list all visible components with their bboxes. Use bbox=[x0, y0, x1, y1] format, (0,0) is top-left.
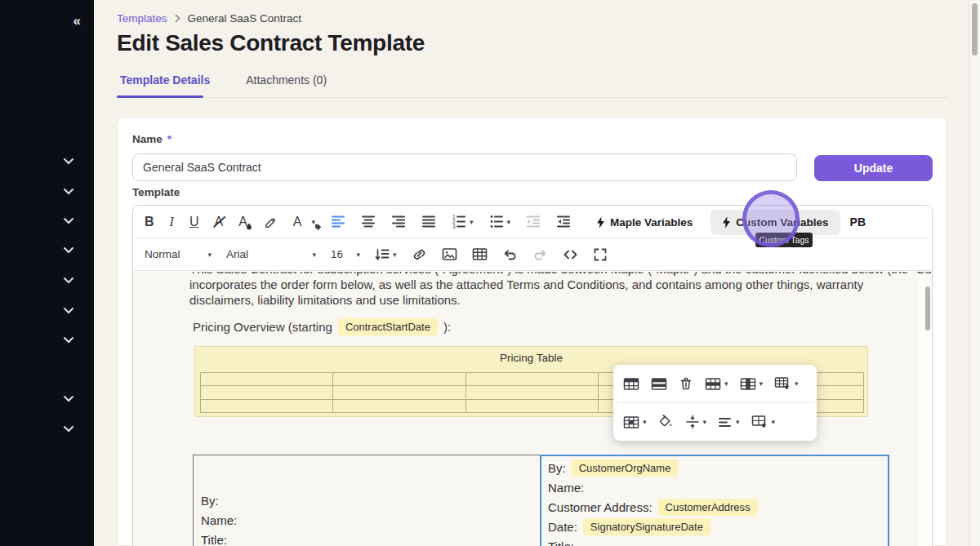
breadcrumb-current: General SaaS Contract bbox=[188, 12, 302, 24]
sidebar-chevron-down-icon[interactable] bbox=[63, 188, 74, 195]
indent-icon bbox=[556, 215, 571, 229]
page-scrollbar-thumb[interactable] bbox=[972, 3, 978, 55]
pricing-table-cell[interactable] bbox=[333, 373, 466, 386]
table-column-button[interactable]: ▾ bbox=[740, 377, 764, 391]
table-cell-button[interactable]: ▾ bbox=[623, 415, 647, 429]
template-field-label: Template bbox=[132, 186, 180, 198]
justify-button[interactable] bbox=[421, 215, 436, 229]
sig-right-name-label: Name: bbox=[548, 481, 584, 495]
image-icon bbox=[442, 247, 457, 261]
ordered-list-button[interactable]: 123▾ bbox=[452, 215, 474, 229]
cell-style-button[interactable]: ▾ bbox=[751, 415, 776, 429]
pricing-table-title: Pricing Table bbox=[195, 347, 867, 364]
customer-address-tag[interactable]: CustomerAddress bbox=[658, 499, 758, 516]
font-tag-icon: A bbox=[293, 215, 302, 229]
maple-variables-button[interactable]: Maple Variables bbox=[588, 210, 701, 235]
trash-icon bbox=[679, 376, 693, 391]
pricing-table-cell[interactable] bbox=[201, 373, 333, 386]
document-canvas[interactable]: This Sales Contract for subscription ser… bbox=[133, 272, 932, 546]
table-popup-row1: ▾ ▾ ▾ bbox=[613, 365, 817, 402]
pricing-overview-line: Pricing Overview (starting ContractStart… bbox=[193, 318, 451, 335]
fullscreen-button[interactable] bbox=[593, 247, 608, 262]
table-row-button[interactable]: ▾ bbox=[705, 377, 728, 391]
pricing-table-cell[interactable] bbox=[333, 386, 466, 399]
undo-button[interactable] bbox=[502, 248, 518, 261]
line-height-button[interactable]: ▾ bbox=[375, 248, 397, 261]
sig-right-address-label: Customer Address: bbox=[548, 500, 653, 514]
sidebar-chevron-down-icon[interactable] bbox=[63, 217, 74, 224]
paragraph-line: incorporates the order form below, as we… bbox=[189, 277, 908, 292]
code-view-button[interactable] bbox=[563, 248, 578, 261]
pricing-table-cell[interactable] bbox=[466, 386, 599, 399]
align-left-button[interactable] bbox=[331, 215, 345, 229]
lightning-icon bbox=[596, 216, 605, 229]
delete-table-button[interactable] bbox=[679, 376, 693, 391]
bold-button[interactable]: B bbox=[145, 215, 154, 229]
pricing-table-cell[interactable] bbox=[466, 400, 599, 413]
table-header-button[interactable] bbox=[623, 377, 639, 391]
sig-left-name: Name: bbox=[201, 511, 540, 530]
sidebar-chevron-down-icon[interactable] bbox=[63, 425, 74, 433]
contract-start-date-tag[interactable]: ContractStartDate bbox=[338, 318, 438, 335]
signatory-signature-date-tag[interactable]: SignatorySignatureDate bbox=[583, 518, 710, 535]
pricing-table-cell[interactable] bbox=[201, 386, 333, 399]
custom-variables-button[interactable]: Custom Variables bbox=[710, 210, 840, 235]
font-tag-button[interactable]: A▾ bbox=[293, 215, 315, 229]
outdent-button[interactable] bbox=[526, 215, 541, 229]
editor-scrollbar-thumb[interactable] bbox=[925, 286, 930, 331]
pricing-table-cell[interactable] bbox=[466, 373, 599, 386]
align-right-icon bbox=[391, 215, 406, 229]
signature-right-cell-selected[interactable]: By:CustomerOrgName Name: Customer Addres… bbox=[541, 455, 889, 546]
pricing-table-cell[interactable] bbox=[201, 400, 333, 413]
undo-icon bbox=[502, 248, 518, 261]
pricing-table-cell[interactable] bbox=[333, 400, 466, 413]
redo-button[interactable] bbox=[532, 248, 548, 261]
align-right-button[interactable] bbox=[391, 215, 406, 229]
tab-template-details[interactable]: Template Details bbox=[117, 72, 213, 88]
customer-org-name-tag[interactable]: CustomerOrgName bbox=[572, 459, 679, 477]
cell-fill-color-button[interactable] bbox=[658, 415, 674, 429]
bullet-list-button[interactable]: ▾ bbox=[489, 215, 511, 229]
indent-button[interactable] bbox=[556, 215, 571, 229]
page-scrollbar-track[interactable] bbox=[969, 0, 980, 546]
tab-attachments[interactable]: Attachments (0) bbox=[243, 72, 330, 88]
underline-button[interactable]: U bbox=[189, 215, 199, 229]
font-size-dropdown[interactable]: 16▾ bbox=[331, 248, 360, 260]
name-input[interactable] bbox=[132, 153, 797, 181]
font-family-dropdown[interactable]: Arial▾ bbox=[226, 248, 316, 260]
sidebar-chevron-down-icon[interactable] bbox=[63, 158, 74, 165]
breadcrumb-templates-link[interactable]: Templates bbox=[117, 12, 167, 24]
update-button[interactable]: Update bbox=[814, 155, 933, 181]
sidebar-chevron-down-icon[interactable] bbox=[63, 246, 74, 254]
table-row-icon bbox=[705, 377, 721, 391]
redo-icon bbox=[532, 248, 548, 261]
insert-image-button[interactable] bbox=[442, 247, 457, 261]
signature-left-cell[interactable]: By: Name: Title: bbox=[194, 455, 541, 546]
sidebar-chevron-down-icon[interactable] bbox=[63, 277, 74, 284]
sig-right-by-label: By: bbox=[548, 461, 566, 475]
contract-paragraph: This Sales Contract for subscription ser… bbox=[189, 272, 908, 308]
toolbar-right-group: Maple Variables Custom Variables PB bbox=[588, 206, 866, 238]
insert-table-button[interactable] bbox=[472, 247, 488, 261]
template-details-card: Name* Update Template B I U A A A▾ 123▾ … bbox=[117, 117, 947, 546]
sidebar-chevron-down-icon[interactable] bbox=[63, 336, 74, 344]
clear-formatting-button[interactable]: A bbox=[214, 215, 223, 229]
sidebar-collapse-icon[interactable]: « bbox=[74, 13, 79, 29]
insert-link-button[interactable] bbox=[412, 247, 427, 262]
sidebar-chevron-down-icon[interactable] bbox=[63, 395, 74, 402]
sidebar-chevron-down-icon[interactable] bbox=[63, 307, 74, 314]
text-color-button[interactable]: A bbox=[238, 215, 247, 229]
table-icon bbox=[472, 247, 488, 261]
pb-button[interactable]: PB bbox=[850, 215, 866, 229]
paragraph-style-dropdown[interactable]: Normal▾ bbox=[145, 248, 212, 260]
highlight-color-button[interactable] bbox=[263, 215, 278, 229]
row-height-button[interactable]: ▾ bbox=[685, 415, 707, 429]
table-style-button[interactable]: ▾ bbox=[774, 376, 799, 391]
signature-table[interactable]: By: Name: Title: By:CustomerOrgName Name… bbox=[193, 455, 889, 546]
table-rows-button[interactable] bbox=[651, 377, 667, 391]
cell-align-button[interactable]: ▾ bbox=[718, 416, 740, 428]
italic-button[interactable]: I bbox=[170, 215, 174, 229]
underline-icon: U bbox=[189, 215, 199, 229]
align-center-button[interactable] bbox=[361, 215, 376, 229]
sig-left-title: Title: bbox=[201, 530, 540, 546]
